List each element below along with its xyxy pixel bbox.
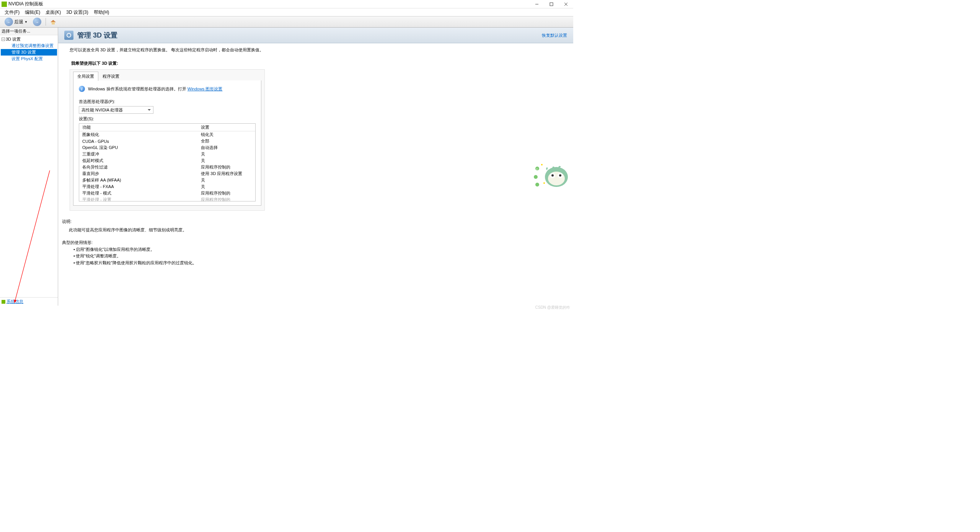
col-feature[interactable]: 功能	[79, 124, 198, 131]
feature-cell: 平滑处理 - 模式	[79, 190, 198, 196]
window-controls	[530, 0, 573, 8]
sidebar-header: 选择一项任务...	[0, 28, 58, 35]
tree-item-physx[interactable]: 设置 PhysX 配置	[1, 56, 57, 62]
info-icon: i	[79, 86, 85, 92]
main-area: 选择一项任务... − 3D 设置 通过预览调整图像设置 管理 3D 设置 设置…	[0, 28, 573, 306]
value-cell: 关	[198, 151, 255, 157]
feature-cell: 多帧采样 AA (MFAA)	[79, 177, 198, 183]
gpu-dropdown[interactable]: 高性能 NVIDIA 处理器	[79, 106, 153, 114]
tab-bar: 全局设置 程序设置	[70, 71, 264, 80]
home-icon	[50, 19, 56, 25]
tab-program[interactable]: 程序设置	[98, 72, 124, 81]
desc-text: 此功能可提高您应用程序中图像的清晰度、细节级别或明亮度。	[62, 227, 569, 234]
table-row[interactable]: 平滑处理 - FXAA关	[79, 183, 255, 190]
usage-heading: 典型的使用情形:	[62, 239, 569, 246]
page-title: 管理 3D 设置	[77, 31, 117, 40]
tree-item-adjust-image[interactable]: 通过预览调整图像设置	[1, 43, 57, 49]
toolbar-separator	[46, 18, 46, 26]
feature-cell: 图象锐化	[79, 131, 198, 138]
list-item: 使用"锐化"调整清晰度。	[73, 253, 569, 260]
svg-point-15	[535, 183, 539, 187]
tree-group-label: 3D 设置	[6, 36, 21, 42]
menu-edit[interactable]: 编辑(E)	[23, 8, 42, 16]
svg-rect-1	[550, 3, 553, 6]
settings-table: 功能 设置 图象锐化锐化关CUDA - GPUs全部OpenGL 渲染 GPU自…	[79, 123, 256, 201]
settings-panel: 我希望使用以下 3D 设置: 全局设置 程序设置 i Windows 操作系统现…	[70, 61, 265, 211]
system-info-link[interactable]: 系统信息	[7, 299, 23, 304]
svg-text:C: C	[536, 168, 538, 170]
sidebar-footer: 系统信息	[0, 297, 58, 306]
value-cell: 应用程序控制的	[198, 196, 255, 201]
app-icon	[2, 2, 7, 7]
table-row[interactable]: 垂直同步使用 3D 应用程序设置	[79, 170, 255, 177]
content-area: 管理 3D 设置 恢复默认设置 您可以更改全局 3D 设置，并建立特定程序的置换…	[58, 28, 573, 306]
value-cell: 全部	[198, 138, 255, 144]
nvidia-small-icon	[2, 300, 5, 304]
tab-content: i Windows 操作系统现在管理图形处理器的选择。打开 Windows 图形…	[73, 80, 261, 206]
nav-tree: − 3D 设置 通过预览调整图像设置 管理 3D 设置 设置 PhysX 配置	[0, 35, 58, 297]
feature-cell: CUDA - GPUs	[79, 138, 198, 144]
maximize-button[interactable]	[544, 0, 559, 8]
col-setting[interactable]: 设置	[198, 124, 255, 131]
value-cell: 关	[198, 177, 255, 183]
title-bar: NVIDIA 控制面板	[0, 0, 573, 8]
tree-item-manage-3d[interactable]: 管理 3D 设置	[1, 49, 57, 56]
list-item: 启用"图像锐化"以增加应用程序的清晰度。	[73, 246, 569, 253]
table-row[interactable]: 低延时模式关	[79, 157, 255, 164]
table-row[interactable]: CUDA - GPUs全部	[79, 138, 255, 144]
value-cell: 自动选择	[198, 144, 255, 151]
menu-desktop[interactable]: 桌面(K)	[43, 8, 63, 16]
watermark: CSDN @爱睡觉的咋	[535, 305, 570, 310]
page-header-icon	[64, 31, 73, 40]
back-button[interactable]: ← 后退 ▼	[2, 17, 30, 27]
back-icon: ←	[5, 18, 13, 26]
feature-cell: 各向异性过滤	[79, 164, 198, 170]
feature-cell: 平滑处理 - 设置	[79, 196, 198, 201]
page-header: 管理 3D 设置 恢复默认设置	[58, 28, 573, 43]
feature-cell: OpenGL 渲染 GPU	[79, 144, 198, 151]
gpu-label: 首选图形处理器(P):	[79, 99, 256, 105]
value-cell: 应用程序控制的	[198, 190, 255, 196]
value-cell: 关	[198, 183, 255, 190]
svg-point-16	[541, 164, 543, 165]
feature-cell: 三重缓冲	[79, 151, 198, 157]
value-cell: 关	[198, 157, 255, 164]
svg-point-17	[543, 182, 545, 184]
table-row[interactable]: 平滑处理 - 设置应用程序控制的	[79, 196, 255, 201]
tree-collapse-icon[interactable]: −	[2, 38, 5, 41]
table-row[interactable]: 图象锐化锐化关	[79, 131, 255, 138]
forward-button[interactable]: →	[31, 17, 44, 27]
svg-point-14	[534, 175, 538, 179]
tree-group-3d[interactable]: − 3D 设置	[1, 36, 57, 43]
menu-help[interactable]: 帮助(H)	[91, 8, 112, 16]
table-row[interactable]: OpenGL 渲染 GPU自动选择	[79, 144, 255, 151]
home-button[interactable]	[48, 18, 59, 26]
table-row[interactable]: 三重缓冲关	[79, 151, 255, 157]
minimize-button[interactable]	[530, 0, 544, 8]
close-button[interactable]	[559, 0, 573, 8]
feature-cell: 低延时模式	[79, 157, 198, 164]
feature-cell: 垂直同步	[79, 170, 198, 177]
tab-global[interactable]: 全局设置	[73, 72, 98, 81]
table-row[interactable]: 各向异性过滤应用程序控制的	[79, 164, 255, 170]
windows-graphics-link[interactable]: Windows 图形设置	[188, 87, 223, 91]
list-item: 使用"忽略胶片颗粒"降低使用胶片颗粒的应用程序中的过度锐化。	[73, 260, 569, 267]
forward-icon: →	[33, 18, 41, 26]
settings-table-scroll[interactable]: 功能 设置 图象锐化锐化关CUDA - GPUs全部OpenGL 渲染 GPU自…	[79, 124, 255, 201]
usage-list: 启用"图像锐化"以增加应用程序的清晰度。使用"锐化"调整清晰度。使用"忽略胶片颗…	[62, 246, 569, 267]
table-row[interactable]: 平滑处理 - 模式应用程序控制的	[79, 190, 255, 196]
restore-defaults-link[interactable]: 恢复默认设置	[542, 33, 567, 38]
value-cell: 应用程序控制的	[198, 164, 255, 170]
dropdown-icon: ▼	[24, 20, 28, 24]
description-section: 说明: 此功能可提高您应用程序中图像的清晰度、细节级别或明亮度。 典型的使用情形…	[58, 211, 573, 270]
info-text: Windows 操作系统现在管理图形处理器的选择。打开	[88, 87, 188, 91]
table-row[interactable]: 多帧采样 AA (MFAA)关	[79, 177, 255, 183]
gpu-dropdown-value: 高性能 NVIDIA 处理器	[82, 107, 123, 113]
menu-3d-settings[interactable]: 3D 设置(3)	[64, 8, 90, 16]
menu-bar: 文件(F) 编辑(E) 桌面(K) 3D 设置(3) 帮助(H)	[0, 8, 573, 16]
feature-cell: 平滑处理 - FXAA	[79, 183, 198, 190]
value-cell: 使用 3D 应用程序设置	[198, 170, 255, 177]
menu-file[interactable]: 文件(F)	[2, 8, 22, 16]
toolbar: ← 后退 ▼ →	[0, 16, 573, 28]
value-cell: 锐化关	[198, 131, 255, 138]
